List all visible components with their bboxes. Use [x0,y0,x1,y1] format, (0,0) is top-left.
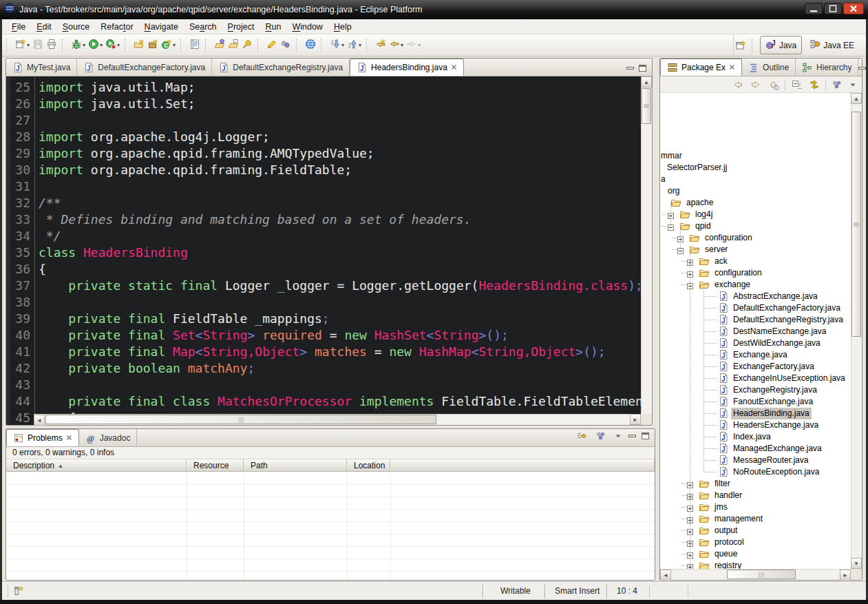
dropdown-arrow-icon[interactable]: ▾ [117,42,120,48]
dropdown-arrow-icon[interactable]: ▾ [83,42,85,48]
column-header-description[interactable]: Description▲ [6,459,187,471]
tree-item-qpid[interactable]: qpid [660,220,851,232]
tree-item-exchangeinuseexception-java[interactable]: JExchangeInUseException.java [660,373,851,384]
view-menu-button[interactable] [594,428,608,444]
tree-item-fanoutexchange-java[interactable]: JFanoutExchange.java [660,396,851,408]
tree-item-headersbinding-java[interactable]: JHeadersBinding.java [660,408,851,419]
tree-item-org[interactable]: org [660,185,851,197]
tree-item-jms[interactable]: jms [660,501,851,513]
dropdown-arrow-icon[interactable]: ▾ [341,42,344,48]
open-type-button[interactable] [213,37,226,54]
scroll-down-button[interactable]: ▼ [851,558,862,569]
tree-item-messagerouter-java[interactable]: JMessageRouter.java [660,455,851,466]
code-editor[interactable]: 2526272829303132333435363738394041424344… [6,76,652,425]
minimize-view-icon[interactable] [858,67,866,70]
tree-item-norouteexception-java[interactable]: JNoRouteException.java [660,466,851,478]
perspective-java[interactable]: JJava [760,36,802,54]
menu-window[interactable]: Window [286,21,328,33]
tree-item-destwildexchange-java[interactable]: JDestWildExchange.java [660,337,851,349]
close-button[interactable] [843,3,864,17]
tree-item-defaultexchangeregistry-java[interactable]: JDefaultExchangeRegistry.java [660,314,851,326]
column-header-location[interactable]: Location [347,459,390,471]
dropdown-button[interactable] [613,430,623,441]
dropdown-arrow-icon[interactable]: ▾ [359,42,361,48]
maximize-view-icon[interactable] [642,433,649,439]
go-back-button[interactable] [731,77,745,92]
menu-run[interactable]: Run [260,21,286,33]
scroll-up-button[interactable]: ▲ [641,76,652,87]
menu-source[interactable]: Source [57,21,96,33]
menu-help[interactable]: Help [328,21,357,33]
link-editor-button[interactable] [807,77,821,92]
tree-item-configuration[interactable]: configuration [660,232,851,244]
tree-item-exchangeregistry-java[interactable]: JExchangeRegistry.java [660,384,851,396]
next-annotation-button[interactable]: ▾ [328,37,346,54]
editor-tab-headersbinding-java[interactable]: JHeadersBinding.java [350,59,464,76]
dropdown-arrow-icon[interactable]: ▾ [27,42,30,48]
print-button[interactable] [45,37,59,54]
menu-refactor[interactable]: Refactor [95,21,138,33]
nav-back-button[interactable]: ▾ [388,37,405,54]
tree-item-ack[interactable]: ack [660,256,851,267]
go-forward-button[interactable] [749,77,763,92]
task-list-button[interactable] [188,37,202,54]
tree-item-server[interactable]: server [660,244,851,256]
minimize-view-icon[interactable] [628,435,636,437]
scroll-right-button[interactable]: ► [840,570,851,581]
view-menu-button[interactable] [830,77,844,92]
tree-item-protocol[interactable]: protocol [660,537,851,548]
tree-item-defaultexchangefactory-java[interactable]: JDefaultExchangeFactory.java [660,302,851,314]
view-tab-hierarchy[interactable]: Hierarchy [796,59,858,76]
run-button[interactable]: ▾ [87,37,104,54]
dropdown-arrow-icon[interactable]: ▾ [401,42,403,48]
tree-horizontal-scrollbar[interactable]: ◄► [660,569,851,580]
menu-file[interactable]: File [6,21,31,33]
editor-tab-defaultexchangefactory-java[interactable]: JDefaultExchangeFactory.java [77,59,212,76]
view-tab-outline[interactable]: Outline [742,59,796,76]
tree-item-filter[interactable]: filter [660,478,851,490]
tree-item-exchange[interactable]: exchange [660,279,851,291]
view-tab-package-ex[interactable]: Package Ex [660,59,742,76]
annotations-button[interactable] [279,37,293,54]
scroll-right-button[interactable]: ► [630,414,641,425]
open-perspective-button[interactable] [734,38,748,53]
mark-occurrences-button[interactable] [265,37,279,54]
package-explorer-tree[interactable]: mmarSelectorParser.jjaorgapachelog4jqpid… [660,93,851,569]
new-package-button[interactable] [146,37,160,54]
tree-item-abstractexchange-java[interactable]: JAbstractExchange.java [660,291,851,302]
new-class-button[interactable]: C▾ [160,37,177,54]
menu-project[interactable]: Project [222,21,260,33]
scrollbar-thumb[interactable] [851,112,861,337]
tree-item-index-java[interactable]: JIndex.java [660,431,851,443]
tree-vertical-scrollbar[interactable]: ▲▼ [851,93,862,569]
menu-edit[interactable]: Edit [31,21,57,33]
editor-tab-mytest-java[interactable]: JMyTest.java [6,59,77,76]
scrollbar-thumb[interactable] [727,570,796,579]
tree-item-handler[interactable]: handler [660,490,851,501]
maximize-button[interactable] [824,3,842,17]
filter-button[interactable] [575,428,589,444]
menu-search[interactable]: Search [184,21,222,33]
new-java-project-button[interactable] [132,37,146,54]
column-header-path[interactable]: Path [244,459,347,471]
web-browser-button[interactable] [304,37,317,54]
last-edit-location-button[interactable] [374,37,388,54]
menu-navigate[interactable]: Navigate [139,21,184,33]
minimize-view-icon[interactable] [626,67,634,70]
problems-tab-problems[interactable]: Problems [6,429,79,446]
tree-item-output[interactable]: output [660,525,851,537]
perspective-java-ee[interactable]: Java EE [805,37,859,54]
tree-item-exchangefactory-java[interactable]: JExchangeFactory.java [660,361,851,373]
tree-item-mmar[interactable]: mmar [660,150,851,162]
prev-annotation-button[interactable]: ▾ [346,37,363,54]
tree-item-configuration[interactable]: configuration [660,267,851,279]
maximize-view-icon[interactable] [639,65,646,72]
collapse-all-button[interactable] [790,77,803,92]
dropdown-button[interactable] [848,79,858,90]
debug-button[interactable]: ▾ [70,37,87,54]
problems-tab-javadoc[interactable]: @Javadoc [79,429,138,446]
dropdown-arrow-icon[interactable]: ▾ [100,42,103,48]
close-icon[interactable] [729,63,735,72]
problems-table-body[interactable] [6,472,655,580]
dropdown-arrow-icon[interactable]: ▾ [418,42,421,48]
